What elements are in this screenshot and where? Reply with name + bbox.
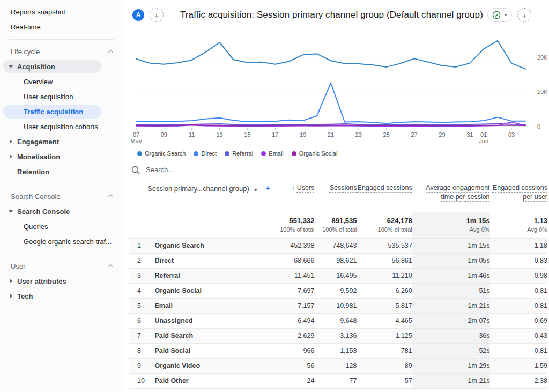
cell-engaged-sessions-per-user: 0.81 <box>490 298 547 313</box>
row-number: 9 <box>129 358 151 373</box>
cell-engaged-sessions-per-user: 0.83 <box>490 253 547 268</box>
sidebar-item-label: Life cycle <box>11 48 40 56</box>
svg-text:27: 27 <box>411 131 417 138</box>
sidebar-item-real-time[interactable]: Real-time <box>0 19 123 34</box>
cell-engaged-sessions: 89 <box>357 358 412 373</box>
search-input[interactable] <box>146 166 307 174</box>
sidebar-item-label: Search Console <box>15 208 70 216</box>
chevron-up-icon <box>108 194 113 199</box>
sidebar-divider <box>9 39 114 40</box>
column-header-users[interactable]: ↓Users <box>274 178 314 212</box>
sidebar-item-life-cycle[interactable]: Life cycle <box>0 44 123 59</box>
header-divider <box>172 9 172 21</box>
cell-users: 56 <box>274 358 314 373</box>
sidebar-item-queries[interactable]: Queries <box>0 219 123 234</box>
sidebar-item-acquisition[interactable]: Acquisition <box>0 59 123 74</box>
channel-name: Unassigned <box>151 313 274 328</box>
sidebar-item-label: Acquisition <box>15 63 55 71</box>
legend-label: Email <box>269 150 284 157</box>
sidebar-item-google-organic-search-traf[interactable]: Google organic search traf... <box>0 234 123 249</box>
app-window: Reports snapshotReal-timeLife cycleAcqui… <box>0 0 549 392</box>
channel-name: Email <box>151 298 274 313</box>
cell-avg-engagement-time: 1m 21s <box>412 298 490 313</box>
chevron-down-icon <box>254 189 257 191</box>
svg-text:0: 0 <box>537 123 540 130</box>
cell-engaged-sessions-per-user: 2.38 <box>490 373 547 388</box>
channel-name: Paid Other <box>151 373 274 388</box>
report-header: A + Traffic acquisition: Session primary… <box>123 0 549 30</box>
cell-engaged-sessions: 5,817 <box>357 298 412 313</box>
customize-report-button[interactable]: + <box>517 8 531 22</box>
table-row-organic-social: 4Organic Social7,6979,5926,26051s0.81 <box>129 283 547 298</box>
column-header-avg-engagement-time[interactable]: Average engagement time per session <box>412 178 490 212</box>
sidebar-item-monetisation[interactable]: Monetisation <box>0 149 123 164</box>
sidebar-item-label: User acquisition cohorts <box>0 123 98 131</box>
table-search-bar <box>129 161 549 178</box>
add-comparison-button[interactable]: + <box>150 8 164 22</box>
column-header-sessions[interactable]: Sessions <box>314 178 357 212</box>
row-number: 2 <box>129 253 151 268</box>
add-dimension-button[interactable]: + <box>265 183 270 193</box>
all-users-segment-chip[interactable]: A <box>132 9 144 21</box>
sidebar-item-label: Real-time <box>0 23 41 31</box>
check-circle-icon <box>492 11 501 19</box>
totals-avg-engagement-time: 1m 15sAvg 0% <box>412 212 490 238</box>
cell-engaged-sessions: 1,125 <box>357 328 412 343</box>
legend-label: Direct <box>201 150 217 157</box>
sidebar-item-label: Traffic acquisition <box>0 108 83 116</box>
legend-dot-icon <box>261 151 266 156</box>
row-number: 4 <box>129 283 151 298</box>
caret-collapsed-icon <box>10 279 12 283</box>
channel-name: Referral <box>151 268 274 283</box>
cell-avg-engagement-time: 2m 07s <box>412 313 490 328</box>
sidebar-item-traffic-acquisition[interactable]: Traffic acquisition <box>0 104 123 119</box>
sidebar-item-tech[interactable]: Tech <box>0 289 123 304</box>
svg-text:17: 17 <box>272 131 278 138</box>
legend-item-email: Email <box>261 150 284 157</box>
cell-engaged-sessions: 6,260 <box>357 283 412 298</box>
traffic-line-chart: 010K20K07May09111315171921232527293101Ju… <box>129 32 549 147</box>
sidebar-item-reports-snapshot[interactable]: Reports snapshot <box>0 4 123 19</box>
caret-collapsed-icon <box>10 294 12 298</box>
cell-users: 452,398 <box>274 238 314 253</box>
sidebar-item-user-acquisition[interactable]: User acquisition <box>0 89 123 104</box>
sidebar-item-label: Reports snapshot <box>0 8 65 16</box>
sidebar-item-user-attributes[interactable]: User attributes <box>0 273 123 289</box>
cell-engaged-sessions: 4,465 <box>357 313 412 328</box>
sidebar-item-user[interactable]: User <box>0 258 123 273</box>
legend-dot-icon <box>225 151 229 156</box>
cell-users: 24 <box>274 373 314 388</box>
row-number: 6 <box>129 313 151 328</box>
sidebar-divider <box>9 254 114 254</box>
cell-engaged-sessions-per-user: 0.43 <box>490 328 547 343</box>
sidebar-item-retention[interactable]: Retention <box>0 164 123 179</box>
search-icon <box>131 165 140 175</box>
svg-text:29: 29 <box>439 131 445 138</box>
svg-text:15: 15 <box>244 131 250 138</box>
sidebar-item-label: Queries <box>0 223 48 231</box>
chevron-up-icon <box>108 264 113 269</box>
main-content: A + Traffic acquisition: Session primary… <box>123 0 549 392</box>
cell-avg-engagement-time: 1m 05s <box>412 253 490 268</box>
cell-engaged-sessions: 56,861 <box>357 253 412 268</box>
chevron-down-icon <box>504 14 507 16</box>
row-number: 5 <box>129 298 151 313</box>
legend-dot-icon <box>292 151 296 156</box>
table-header-row: Session primary...channel group)+ ↓Users… <box>129 178 547 212</box>
sidebar-item-user-acquisition-cohorts[interactable]: User acquisition cohorts <box>0 119 123 134</box>
sidebar-divider <box>9 184 114 184</box>
sidebar-item-overview[interactable]: Overview <box>0 74 123 89</box>
row-number: 10 <box>129 373 151 388</box>
sidebar-item-search-console[interactable]: Search Console <box>0 204 123 219</box>
legend-label: Organic Social <box>299 150 338 157</box>
report-status-dropdown[interactable] <box>487 8 512 22</box>
cell-engaged-sessions-per-user: 0.69 <box>490 313 547 328</box>
sidebar-item-engagement[interactable]: Engagement <box>0 134 123 149</box>
sidebar-item-label: Overview <box>0 78 53 86</box>
sidebar-item-search-console[interactable]: Search Console <box>0 189 123 204</box>
column-header-engaged-sessions-per-user[interactable]: Engaged sessions per user <box>490 178 547 212</box>
series-line-organic-social <box>136 125 525 125</box>
dimension-selector[interactable]: Session primary...channel group)+ <box>129 178 274 212</box>
column-header-engaged-sessions[interactable]: Engaged sessions <box>357 178 412 212</box>
channel-name: Paid Search <box>151 328 274 343</box>
